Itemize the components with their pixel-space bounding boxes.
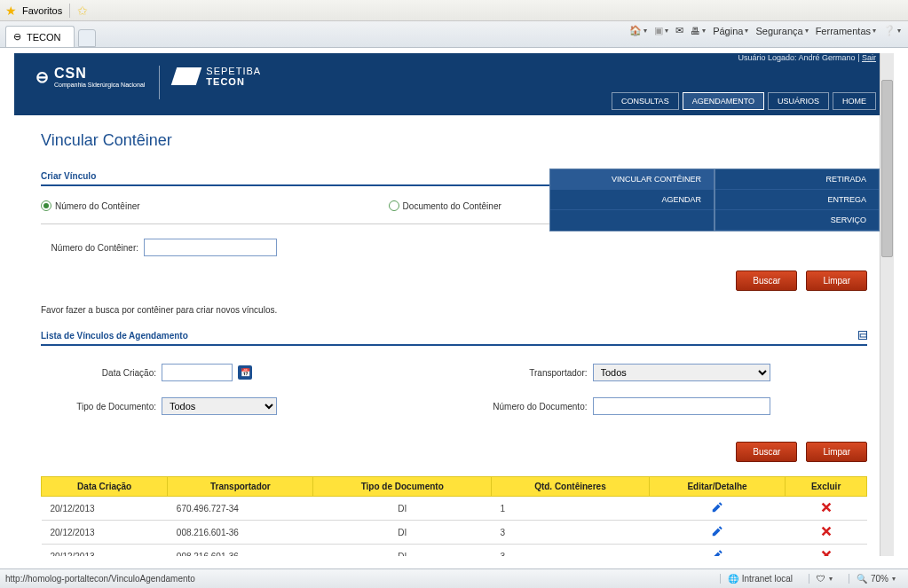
protected-mode-icon[interactable]: 🛡▾ [809,574,840,584]
cell-tipo: DI [313,521,492,545]
star-icon[interactable]: ★ [5,4,17,18]
submenu-servico[interactable]: SERVIÇO [715,210,879,231]
new-tab-button[interactable] [78,29,96,47]
browser-toolbar: 🏠▾ ▣▾ ✉ 🖶▾ Página▾ Segurança▾ Ferramenta… [629,25,901,36]
edit-icon[interactable] [710,529,724,539]
menu-seguranca[interactable]: Segurança▾ [755,26,808,36]
nav-agendamento[interactable]: AGENDAMENTO [683,92,764,110]
feed-icon[interactable]: ▣▾ [654,25,668,36]
globe-icon: 🌐 [728,574,738,584]
collapse-icon[interactable]: ▭ [858,331,867,340]
radio-container[interactable]: Número do Contêiner [41,200,140,211]
edit-icon[interactable] [710,553,724,556]
radio-documento[interactable]: Documento do Contêiner [389,200,501,211]
print-icon[interactable]: 🖶▾ [691,26,706,36]
cell-data: 20/12/2013 [42,521,168,545]
buttons-filtro: Buscar Limpar [41,442,867,462]
browser-tab[interactable]: ⊖ TECON [5,26,75,47]
label-container-number: Número do Contêiner: [41,243,138,253]
buscar-button[interactable]: Buscar [736,270,797,291]
label-num-doc: Número do Documento: [472,402,588,412]
th-qtd: Qtd. Contêineres [492,477,650,497]
table-row: 20/12/2013008.216.601-36DI3 [42,521,867,545]
menu-pagina[interactable]: Página▾ [713,26,748,36]
delete-icon[interactable] [819,553,833,556]
select-tipo-doc[interactable]: Todos [162,397,277,415]
submenu-col1: VINCULAR CONTÊINER AGENDAR [549,169,715,231]
input-num-doc[interactable] [593,397,770,415]
cell-data: 20/12/2013 [42,545,168,557]
app-header: ⊖ CSN Companhia Siderúrgica Nacional SEP… [14,53,894,115]
edit-icon[interactable] [710,506,724,515]
table-row: 20/12/2013670.496.727-34DI1 [42,497,867,521]
tab-title: TECON [27,32,61,43]
logo-tecon: SEPETIBATECON [174,66,261,87]
cell-tipo: DI [313,497,492,521]
nav-home[interactable]: HOME [833,92,876,110]
tab-favicon: ⊖ [13,31,21,43]
cell-tipo: DI [313,545,492,557]
label-data-criacao: Data Criação: [41,368,156,378]
nav-usuarios[interactable]: USUÁRIOS [768,92,829,110]
cell-qtd: 3 [492,521,650,545]
limpar-button[interactable]: Limpar [806,270,867,291]
help-icon[interactable]: ❔▾ [883,25,901,36]
vinculos-table: Data Criação Transportador Tipo de Docum… [41,476,867,556]
cell-transp: 008.216.601-36 [168,521,313,545]
search-hint: Favor fazer a busca por contêiner para c… [41,305,867,315]
th-editar: Editar/Detalhe [649,477,785,497]
input-data-criacao[interactable] [162,364,233,381]
submenu-vincular[interactable]: VINCULAR CONTÊINER [550,169,714,190]
delete-icon[interactable] [819,529,833,539]
home-icon[interactable]: 🏠▾ [629,25,647,36]
cell-data: 20/12/2013 [42,497,168,521]
label-tipo-doc: Tipo de Documento: [41,402,156,412]
cell-qtd: 3 [492,545,650,557]
filter-grid: Data Criação: 📅 Transportador: Todos Tip… [41,364,867,424]
cell-transp: 008.216.601-36 [168,545,313,557]
calendar-icon[interactable]: 📅 [238,365,252,380]
status-bar: http://homolog-portaltecon/VinculoAgenda… [0,568,908,588]
add-favorite-icon[interactable]: ✩ [77,4,88,18]
th-tipo: Tipo de Documento [313,477,492,497]
buscar-filtro-button[interactable]: Buscar [736,442,797,462]
submenu-col2: RETIRADA ENTREGA SERVIÇO [715,169,880,231]
logo-csn: ⊖ CSN Companhia Siderúrgica Nacional [36,66,145,88]
page-title: Vincular Contêiner [41,131,867,150]
th-excluir: Excluir [786,477,867,497]
vertical-scrollbar[interactable] [880,53,894,556]
status-url: http://homolog-portaltecon/VinculoAgenda… [5,574,720,584]
th-data: Data Criação [42,477,168,497]
cell-transp: 670.496.727-34 [168,497,313,521]
zoom-control[interactable]: 🔍 70% ▾ [849,574,903,584]
buttons-criar: Buscar Limpar [41,270,867,291]
favorites-bar: ★ Favoritos ✩ [0,0,908,21]
submenu-entrega[interactable]: ENTREGA [715,190,879,210]
logout-link[interactable]: Sair [862,53,876,62]
content-viewport: ⊖ CSN Companhia Siderúrgica Nacional SEP… [14,53,894,556]
nav-consultas[interactable]: CONSULTAS [612,92,679,110]
section-lista-vinculos: Lista de Vínculos de Agendamento ▭ [41,331,867,346]
limpar-filtro-button[interactable]: Limpar [806,442,867,462]
status-intranet: 🌐 Intranet local [720,574,800,584]
submenu-retirada[interactable]: RETIRADA [715,169,879,190]
table-row: 20/12/2013008.216.601-36DI3 [42,545,867,557]
submenu-agendar[interactable]: AGENDAR [550,190,714,210]
delete-icon[interactable] [819,506,833,515]
select-transportador[interactable]: Todos [593,364,770,381]
user-info: Usuário Logado: André Germano | Sair [738,53,876,62]
label-transportador: Transportador: [472,368,588,378]
favorites-label[interactable]: Favoritos [22,5,62,16]
th-transp: Transportador [168,477,313,497]
input-container-number[interactable] [144,239,277,256]
zoom-icon: 🔍 [857,574,867,584]
menu-ferramentas[interactable]: Ferramentas▾ [816,26,876,36]
top-nav: CONSULTAS AGENDAMENTO USUÁRIOS HOME [612,92,876,110]
mail-icon[interactable]: ✉ [675,25,683,36]
cell-qtd: 1 [492,497,650,521]
submenu-dropdown: VINCULAR CONTÊINER AGENDAR RETIRADA ENTR… [549,169,880,231]
browser-tab-bar: ⊖ TECON 🏠▾ ▣▾ ✉ 🖶▾ Página▾ Segurança▾ Fe… [0,21,908,48]
row-container-number: Número do Contêiner: [41,239,867,256]
